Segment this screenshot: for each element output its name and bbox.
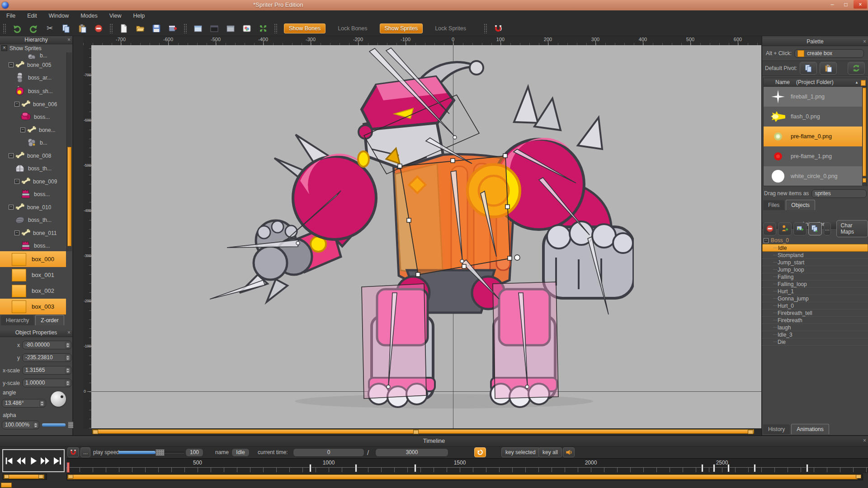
add-entity-icon[interactable] xyxy=(778,222,791,235)
keyframe-marker[interactable] xyxy=(754,464,756,472)
close-icon[interactable]: × xyxy=(854,0,867,9)
playhead[interactable] xyxy=(67,462,70,473)
keyframe-marker[interactable] xyxy=(713,464,715,472)
maximize-icon[interactable]: □ xyxy=(839,0,853,9)
toolbar-grip[interactable] xyxy=(109,23,113,33)
titlebar[interactable]: *Spriter Pro Edition – □ × xyxy=(0,0,868,10)
tab-z-order[interactable]: Z-order xyxy=(35,315,64,325)
window-color-icon[interactable] xyxy=(241,23,253,34)
scrollbar-handle[interactable] xyxy=(856,474,861,479)
show-sprites-checkbox-row[interactable]: × Show Sprites xyxy=(0,44,72,52)
paste-pivot-icon[interactable] xyxy=(820,62,837,75)
spinner[interactable] xyxy=(65,367,71,374)
window-dark-icon[interactable] xyxy=(208,23,220,34)
save-plus-icon[interactable] xyxy=(167,23,179,34)
hierarchy-item-box_000[interactable]: box_000 xyxy=(0,251,66,267)
next-frame-icon[interactable] xyxy=(40,456,51,466)
snap-magnet-icon[interactable] xyxy=(492,23,504,34)
show-sprites-checkbox[interactable]: × xyxy=(1,45,7,51)
canvas-hscrollbar[interactable] xyxy=(91,428,761,435)
delete-icon[interactable] xyxy=(93,23,104,34)
close-icon[interactable]: × xyxy=(67,329,71,336)
animation-item-gonna_jump[interactable]: Gonna_jump xyxy=(762,295,868,302)
scrollbar-handle[interactable] xyxy=(93,430,98,434)
animation-item-falling_loop[interactable]: Falling_loop xyxy=(762,281,868,288)
file-list-header[interactable]: Name (Project Folder) ▲ xyxy=(763,78,867,87)
lock-sprites-button[interactable]: Lock Sprites xyxy=(430,23,471,33)
play-speed-value-field[interactable]: 100 xyxy=(185,448,203,457)
duplicate-animation-icon[interactable] xyxy=(808,222,821,235)
keyframe-marker[interactable] xyxy=(309,464,311,472)
hierarchy-item-b[interactable]: b... xyxy=(0,136,66,150)
expander-icon[interactable]: − xyxy=(14,179,19,184)
animation-item-stompland[interactable]: Stompland xyxy=(762,252,868,259)
scrollbar-thumb[interactable] xyxy=(67,147,71,246)
hierarchy-item-boss[interactable]: boss... xyxy=(0,110,66,124)
animation-entity-row[interactable]: − Boss_0 xyxy=(762,237,868,244)
hierarchy-item-boss[interactable]: boss... xyxy=(0,188,66,201)
name-column-header[interactable]: Name xyxy=(775,79,790,85)
loop-icon[interactable] xyxy=(474,447,486,457)
animation-item-firebreath_tell[interactable]: Firebreath_tell xyxy=(762,310,868,317)
close-icon[interactable]: × xyxy=(863,437,866,444)
animation-item-laugh[interactable]: laugh xyxy=(762,324,868,331)
hierarchy-item-bone_008[interactable]: −bone_008 xyxy=(0,150,66,162)
more-animations-button[interactable]: ... xyxy=(824,222,831,235)
corner-scrollbar-piece[interactable] xyxy=(1,483,12,488)
character-artwork[interactable] xyxy=(182,45,634,416)
spinner[interactable] xyxy=(33,422,38,428)
file-item-fireball_1.png[interactable]: fireball_1.png xyxy=(764,87,867,107)
angle-dial[interactable] xyxy=(51,391,66,407)
toolbar-grip[interactable] xyxy=(274,23,278,33)
animation-item-jump_loop[interactable]: Jump_loop xyxy=(762,266,868,273)
spinner[interactable] xyxy=(65,342,71,348)
scrollbar-handle[interactable] xyxy=(748,430,753,434)
file-item-flash_0.png[interactable]: flash_0.png xyxy=(764,107,867,127)
menu-item-window[interactable]: Window xyxy=(49,13,69,19)
alpha-field[interactable]: 100.000% xyxy=(2,421,40,429)
delete-animation-icon[interactable] xyxy=(763,222,776,235)
prev-frame-icon[interactable] xyxy=(15,456,26,466)
keyframe-marker[interactable] xyxy=(701,464,703,472)
key-all-button[interactable]: key all xyxy=(538,447,562,457)
expander-icon[interactable]: − xyxy=(14,102,19,107)
expander-icon[interactable]: − xyxy=(9,62,14,67)
minimize-icon[interactable]: – xyxy=(826,0,839,9)
file-item-pre-flame_0.png[interactable]: pre-flame_0.png xyxy=(764,127,867,146)
playback-scrollbar[interactable] xyxy=(3,474,47,480)
cut-icon[interactable]: ✂ xyxy=(44,23,56,34)
go-end-icon[interactable] xyxy=(52,456,63,466)
open-folder-icon[interactable] xyxy=(134,23,146,34)
paste-icon[interactable] xyxy=(76,23,88,34)
hierarchy-item-box_003[interactable]: box_003 xyxy=(0,299,66,314)
tab-animations[interactable]: Animations xyxy=(791,424,829,434)
char-maps-button[interactable]: Char Maps xyxy=(836,220,868,237)
hierarchy-item-bone[interactable]: −bone... xyxy=(0,124,66,136)
tab-files[interactable]: Files xyxy=(763,200,784,210)
hierarchy-item-boss_th[interactable]: boss_th... xyxy=(0,213,66,227)
animation-item-idle_3[interactable]: Idle_3 xyxy=(762,331,868,338)
scrollbar-handle[interactable] xyxy=(4,474,9,479)
more-options-button[interactable]: ... xyxy=(80,447,90,457)
spinner[interactable] xyxy=(65,355,71,361)
scrollbar-handle[interactable] xyxy=(68,474,73,479)
expander-icon[interactable]: − xyxy=(9,205,14,210)
scrollbar-handle[interactable] xyxy=(863,178,866,183)
fullscreen-icon[interactable] xyxy=(257,23,269,34)
keyframe-marker[interactable] xyxy=(806,464,808,472)
menu-item-file[interactable]: File xyxy=(6,13,15,19)
timeline-scrollbar[interactable] xyxy=(66,474,863,480)
key-selected-button[interactable]: key selected xyxy=(501,447,540,457)
keyframe-marker[interactable] xyxy=(414,464,416,472)
hierarchy-item-boss_th[interactable]: boss_th... xyxy=(0,162,66,175)
tab-objects[interactable]: Objects xyxy=(786,200,815,210)
play-icon[interactable] xyxy=(28,456,38,466)
play-speed-slider[interactable] xyxy=(118,449,184,456)
timeline-ruler[interactable]: [ 5001000150020002500 xyxy=(66,458,868,473)
spinner[interactable] xyxy=(39,400,45,407)
expander-icon[interactable]: − xyxy=(14,230,19,235)
y-scale-field[interactable]: 1.00000 xyxy=(22,379,72,387)
current-time-field[interactable]: 0 xyxy=(293,448,364,457)
animation-item-jump_start[interactable]: Jump_start xyxy=(762,259,868,266)
scrollbar-handle[interactable] xyxy=(38,474,43,479)
